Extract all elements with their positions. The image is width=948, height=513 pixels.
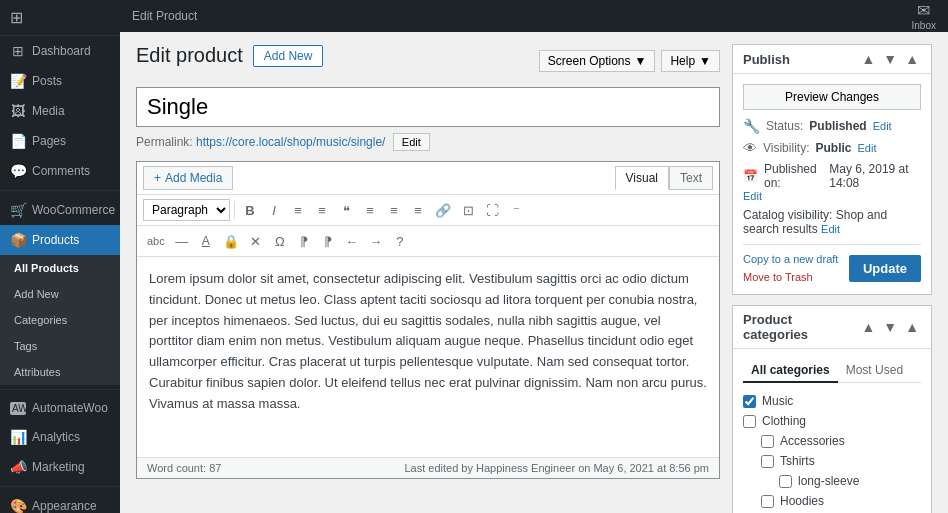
publish-metabox-header[interactable]: Publish ▲ ▼ ▲ [733, 45, 931, 74]
cat-collapse-up-button[interactable]: ▲ [859, 319, 877, 335]
publish-metabox-title: Publish [743, 52, 790, 67]
preview-changes-button[interactable]: Preview Changes [743, 84, 921, 110]
subitem-label: Attributes [14, 366, 60, 378]
metabox-close-button[interactable]: ▲ [903, 51, 921, 67]
italic-button[interactable]: I [263, 199, 285, 221]
inbox-button[interactable]: ✉ Inbox [912, 1, 936, 31]
add-media-button[interactable]: + Add Media [143, 166, 233, 190]
sidebar-item-automatewoo[interactable]: AW AutomateWoo [0, 394, 120, 422]
editor-content[interactable]: Lorem ipsum dolor sit amet, consectetur … [137, 257, 719, 457]
topbar-actions: ✉ Inbox [912, 1, 936, 31]
sidebar-subitem-all-products[interactable]: All Products [0, 255, 120, 281]
publish-metabox: Publish ▲ ▼ ▲ Preview Changes 🔧 Status: … [732, 44, 932, 295]
strikethrough-button[interactable]: abc [143, 230, 169, 252]
tab-all-categories[interactable]: All categories [743, 359, 838, 383]
sidebar-divider-1 [0, 190, 120, 191]
special-chars-button[interactable]: Ω [269, 230, 291, 252]
tab-most-used[interactable]: Most Used [838, 359, 911, 383]
cat-label-accessories[interactable]: Accessories [780, 434, 845, 448]
catalog-edit-link[interactable]: Edit [821, 223, 840, 235]
visibility-edit-link[interactable]: Edit [857, 142, 876, 154]
cat-collapse-down-button[interactable]: ▼ [881, 319, 899, 335]
cat-label-clothing[interactable]: Clothing [762, 414, 806, 428]
screen-options-label: Screen Options [548, 54, 631, 68]
outdent-button[interactable]: ⁋ [317, 230, 339, 252]
sidebar-item-posts[interactable]: 📝 Posts [0, 66, 120, 96]
unordered-list-button[interactable]: ≡ [311, 199, 333, 221]
published-edit-link[interactable]: Edit [743, 190, 921, 202]
sidebar-item-media[interactable]: 🖼 Media [0, 96, 120, 126]
tab-text[interactable]: Text [669, 166, 713, 190]
right-column: Publish ▲ ▼ ▲ Preview Changes 🔧 Status: … [732, 44, 932, 501]
redo-button[interactable]: → [365, 230, 387, 252]
cat-checkbox-tshirts[interactable] [761, 455, 774, 468]
cat-checkbox-long-sleeve[interactable] [779, 475, 792, 488]
product-title-input[interactable] [136, 87, 720, 127]
help-button[interactable]: Help ▼ [661, 50, 720, 72]
cat-label-hoodies[interactable]: Hoodies [780, 494, 824, 508]
paste-from-word-button[interactable]: 🔒 [219, 230, 243, 252]
text-color-button[interactable]: A [195, 230, 217, 252]
update-button[interactable]: Update [849, 255, 921, 282]
sidebar-header: ⊞ [0, 0, 120, 36]
last-edited: Last edited by Happiness Engineer on May… [404, 462, 709, 474]
fullscreen-button[interactable]: ⛶ [481, 199, 503, 221]
clear-format-button[interactable]: ✕ [245, 230, 267, 252]
cat-checkbox-accessories[interactable] [761, 435, 774, 448]
permalink-url[interactable]: https://core.local/shop/music/single/ [196, 135, 385, 149]
hr-button[interactable]: — [171, 230, 193, 252]
align-center-button[interactable]: ≡ [383, 199, 405, 221]
undo-button[interactable]: ← [341, 230, 363, 252]
editor-container: + Add Media Visual Text Paragraph B I [136, 161, 720, 479]
sidebar-item-marketing[interactable]: 📣 Marketing [0, 452, 120, 482]
sidebar-subitem-attributes[interactable]: Attributes [0, 359, 120, 385]
align-right-button[interactable]: ≡ [407, 199, 429, 221]
indent-button[interactable]: ⁋ [293, 230, 315, 252]
cat-item-clothing: Clothing [743, 411, 921, 431]
toggle-toolbar-button[interactable]: ⁻ [505, 199, 527, 221]
inbox-label: Inbox [912, 20, 936, 31]
sidebar-item-products[interactable]: 📦 Products [0, 225, 120, 255]
insert-link-button[interactable]: 🔗 [431, 199, 455, 221]
sidebar-subitem-tags[interactable]: Tags [0, 333, 120, 359]
paragraph-select[interactable]: Paragraph [143, 199, 230, 221]
permalink-edit-button[interactable]: Edit [393, 133, 430, 151]
cat-checkbox-music[interactable] [743, 395, 756, 408]
sidebar-item-dashboard[interactable]: ⊞ Dashboard [0, 36, 120, 66]
align-left-button[interactable]: ≡ [359, 199, 381, 221]
status-edit-link[interactable]: Edit [873, 120, 892, 132]
categories-metabox-body: All categories Most Used Music Clothing [733, 349, 931, 513]
cat-close-button[interactable]: ▲ [903, 319, 921, 335]
cat-checkbox-hoodies[interactable] [761, 495, 774, 508]
copy-draft-link[interactable]: Copy to a new draft [743, 253, 838, 265]
cat-label-tshirts[interactable]: Tshirts [780, 454, 815, 468]
ordered-list-button[interactable]: ≡ [287, 199, 309, 221]
screen-options-button[interactable]: Screen Options ▼ [539, 50, 656, 72]
publish-metabox-body: Preview Changes 🔧 Status: Published Edit… [733, 74, 931, 294]
insert-table-button[interactable]: ⊡ [457, 199, 479, 221]
toolbar-divider-1 [234, 201, 235, 219]
sidebar-item-analytics[interactable]: 📊 Analytics [0, 422, 120, 452]
bold-button[interactable]: B [239, 199, 261, 221]
help-editor-button[interactable]: ? [389, 230, 411, 252]
blockquote-button[interactable]: ❝ [335, 199, 357, 221]
sidebar-item-comments[interactable]: 💬 Comments [0, 156, 120, 186]
status-row: 🔧 Status: Published Edit [743, 118, 921, 134]
sidebar-item-appearance[interactable]: 🎨 Appearance [0, 491, 120, 513]
add-new-button[interactable]: Add New [253, 45, 324, 67]
metabox-collapse-up-button[interactable]: ▲ [859, 51, 877, 67]
metabox-collapse-down-button[interactable]: ▼ [881, 51, 899, 67]
page-header-row: Edit product Add New Screen Options ▼ He… [136, 44, 720, 77]
sidebar-item-pages[interactable]: 📄 Pages [0, 126, 120, 156]
cat-label-long-sleeve[interactable]: long-sleeve [798, 474, 859, 488]
sidebar-subitem-categories[interactable]: Categories [0, 307, 120, 333]
tab-visual[interactable]: Visual [615, 166, 669, 190]
cat-item-tshirts: Tshirts [743, 451, 921, 471]
cat-label-music[interactable]: Music [762, 394, 793, 408]
status-icon: 🔧 [743, 118, 760, 134]
categories-metabox-header[interactable]: Product categories ▲ ▼ ▲ [733, 306, 931, 349]
sidebar-item-woocommerce[interactable]: 🛒 WooCommerce [0, 195, 120, 225]
cat-checkbox-clothing[interactable] [743, 415, 756, 428]
sidebar-subitem-add-new[interactable]: Add New [0, 281, 120, 307]
trash-link[interactable]: Move to Trash [743, 271, 813, 283]
